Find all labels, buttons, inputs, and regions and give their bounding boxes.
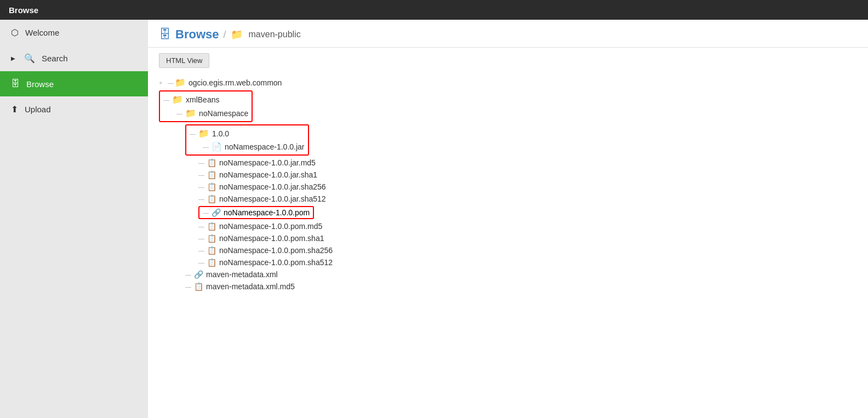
- header-title: Browse: [175, 27, 219, 42]
- sidebar-item-label-browse: Browse: [26, 79, 54, 89]
- sidebar-item-welcome[interactable]: ⬡ Welcome: [0, 20, 148, 45]
- breadcrumb-folder[interactable]: 📁 maven-public: [231, 28, 301, 41]
- file-icon: 📋: [207, 170, 216, 179]
- tree-row-pom-sha256[interactable]: — 📋 noNamespace-1.0.0.pom.sha256: [198, 244, 857, 256]
- tree-node-label-maven-metadata-md5: maven-metadata.xml.md5: [206, 282, 295, 291]
- html-view-button[interactable]: HTML View: [159, 53, 209, 68]
- file-icon: 📋: [194, 282, 203, 291]
- tree-node-label: ogcio.egis.rm.web.common: [189, 78, 282, 87]
- tree-row-jar-md5[interactable]: — 📋 noNamespace-1.0.0.jar.md5: [198, 157, 857, 169]
- tree-row-jar[interactable]: — 📄 noNamespace-1.0.0.jar: [190, 140, 305, 153]
- tree-row-pom-sha1[interactable]: — 📋 noNamespace-1.0.0.pom.sha1: [198, 232, 857, 244]
- tree-node-label-jar-sha1: noNamespace-1.0.0.jar.sha1: [219, 170, 317, 179]
- folder-icon-nonamespace: 📁: [185, 108, 196, 118]
- file-icon-jar: 📄: [212, 142, 222, 152]
- expand-icon-jar: —: [203, 144, 212, 150]
- tree-node-label-xmlbeans: xmlBeans: [186, 95, 219, 104]
- file-icon: 📋: [207, 246, 216, 255]
- sidebar-item-label-upload: Upload: [25, 105, 51, 114]
- line-icon: —: [198, 159, 207, 166]
- tree-node-label-pom-sha256: noNamespace-1.0.0.pom.sha256: [219, 246, 333, 255]
- breadcrumb-folder-label: maven-public: [249, 30, 301, 39]
- line-icon: —: [198, 259, 207, 266]
- metadata-group: — 🔗 maven-metadata.xml — 📋 maven-metadat…: [159, 268, 857, 293]
- welcome-icon: ⬡: [11, 27, 19, 38]
- line-icon: —: [185, 271, 194, 278]
- file-icon: 📋: [207, 234, 216, 243]
- expand-icon-v100: —: [190, 130, 198, 137]
- file-icon-pom: 🔗: [194, 270, 203, 279]
- expand-icon: +: [159, 79, 168, 86]
- tree-row-pom-md5[interactable]: — 📋 noNamespace-1.0.0.pom.md5: [198, 220, 857, 232]
- line-icon: —: [168, 79, 173, 86]
- file-rows: — 📋 noNamespace-1.0.0.jar.md5 — 📋 noName…: [159, 157, 857, 268]
- tree-container: + — 📁 ogcio.egis.rm.web.common — 📁 xmlBe…: [148, 73, 868, 304]
- folder-icon: 📁: [175, 77, 186, 88]
- file-icon: 📋: [207, 222, 216, 231]
- file-icon: 📋: [207, 182, 216, 191]
- line-icon: —: [198, 171, 207, 178]
- line-icon: —: [198, 223, 207, 230]
- sidebar: ⬡ Welcome ▶ 🔍 Search 🗄 Browse ⬆ Upload: [0, 20, 148, 418]
- expand-icon: —: [163, 96, 172, 103]
- tree-row-v100[interactable]: — 📁 1.0.0: [190, 127, 305, 140]
- expand-icon-nonamespace: —: [176, 110, 185, 117]
- top-bar: Browse: [0, 0, 868, 20]
- tree-node-label-maven-metadata: maven-metadata.xml: [206, 270, 278, 279]
- tree-row-pom-sha512[interactable]: — 📋 noNamespace-1.0.0.pom.sha512: [198, 256, 857, 268]
- content-area: 🗄 Browse / 📁 maven-public HTML View + — …: [148, 20, 868, 418]
- line-icon: —: [198, 184, 207, 190]
- line-icon: —: [185, 283, 194, 290]
- pom-highlight-box: — 🔗 noNamespace-1.0.0.pom: [198, 206, 314, 219]
- tree-row-jar-sha512[interactable]: — 📋 noNamespace-1.0.0.jar.sha512: [198, 193, 857, 205]
- breadcrumb-separator: /: [223, 29, 226, 41]
- top-bar-title: Browse: [9, 5, 38, 15]
- tree-node-label-v100: 1.0.0: [212, 129, 229, 138]
- sidebar-item-label-welcome: Welcome: [25, 28, 59, 37]
- header-db-icon: 🗄: [159, 27, 171, 42]
- tree-node-label-pom-sha1: noNamespace-1.0.0.pom.sha1: [219, 234, 324, 243]
- file-icon: 📋: [207, 194, 216, 203]
- tree-row-xmlbeans[interactable]: — 📁 xmlBeans: [163, 93, 248, 106]
- browse-icon: 🗄: [11, 79, 20, 89]
- sidebar-item-upload[interactable]: ⬆ Upload: [0, 96, 148, 122]
- xmlbeans-highlight-box: — 📁 xmlBeans — 📁 noNamespace: [159, 90, 253, 122]
- tree-node-label-nonamespace: noNamespace: [199, 109, 248, 118]
- version-highlight-box: — 📁 1.0.0 — 📄 noNamespace-1.0.0.jar: [185, 124, 309, 156]
- version-group: — 📁 1.0.0 — 📄 noNamespace-1.0.0.jar: [159, 123, 857, 157]
- folder-icon-v100: 📁: [198, 128, 209, 139]
- tree-row[interactable]: + — 📁 ogcio.egis.rm.web.common: [159, 76, 857, 89]
- tree-row-maven-metadata-md5[interactable]: — 📋 maven-metadata.xml.md5: [185, 280, 857, 293]
- line-icon: —: [198, 247, 207, 254]
- tree-row-jar-sha256[interactable]: — 📋 noNamespace-1.0.0.jar.sha256: [198, 181, 857, 193]
- tree-node-label-jar: noNamespace-1.0.0.jar: [225, 142, 305, 151]
- sidebar-item-search[interactable]: ▶ 🔍 Search: [0, 45, 148, 71]
- tree-node-label-pom-sha512: noNamespace-1.0.0.pom.sha512: [219, 258, 333, 267]
- tree-node-label-jar-sha512: noNamespace-1.0.0.jar.sha512: [219, 194, 326, 203]
- tree-row-maven-metadata[interactable]: — 🔗 maven-metadata.xml: [185, 268, 857, 280]
- tree-node-label-jar-md5: noNamespace-1.0.0.jar.md5: [219, 158, 316, 167]
- tree-node-label-pom[interactable]: noNamespace-1.0.0.pom: [224, 208, 310, 217]
- file-icon-pom: 🔗: [212, 208, 221, 217]
- tree-node-label-pom-md5: noNamespace-1.0.0.pom.md5: [219, 222, 322, 231]
- search-icon: 🔍: [24, 53, 35, 64]
- main-container: ⬡ Welcome ▶ 🔍 Search 🗄 Browse ⬆ Upload 🗄…: [0, 20, 868, 418]
- tree-row-jar-sha1[interactable]: — 📋 noNamespace-1.0.0.jar.sha1: [198, 169, 857, 181]
- sidebar-item-browse[interactable]: 🗄 Browse: [0, 71, 148, 96]
- file-icon: 📋: [207, 158, 216, 167]
- tree-row-nonamespace[interactable]: — 📁 noNamespace: [163, 106, 248, 120]
- line-icon: —: [203, 209, 212, 216]
- line-icon: —: [198, 196, 207, 202]
- breadcrumb-folder-icon: 📁: [231, 28, 243, 41]
- sidebar-item-label-search: Search: [42, 54, 68, 63]
- upload-icon: ⬆: [11, 104, 18, 114]
- content-header: 🗄 Browse / 📁 maven-public: [148, 20, 868, 48]
- search-arrow-icon: ▶: [11, 55, 15, 61]
- folder-icon-xmlbeans: 📁: [172, 94, 183, 105]
- tree-node-label-jar-sha256: noNamespace-1.0.0.jar.sha256: [219, 182, 326, 191]
- line-icon: —: [198, 235, 207, 242]
- file-icon: 📋: [207, 258, 216, 267]
